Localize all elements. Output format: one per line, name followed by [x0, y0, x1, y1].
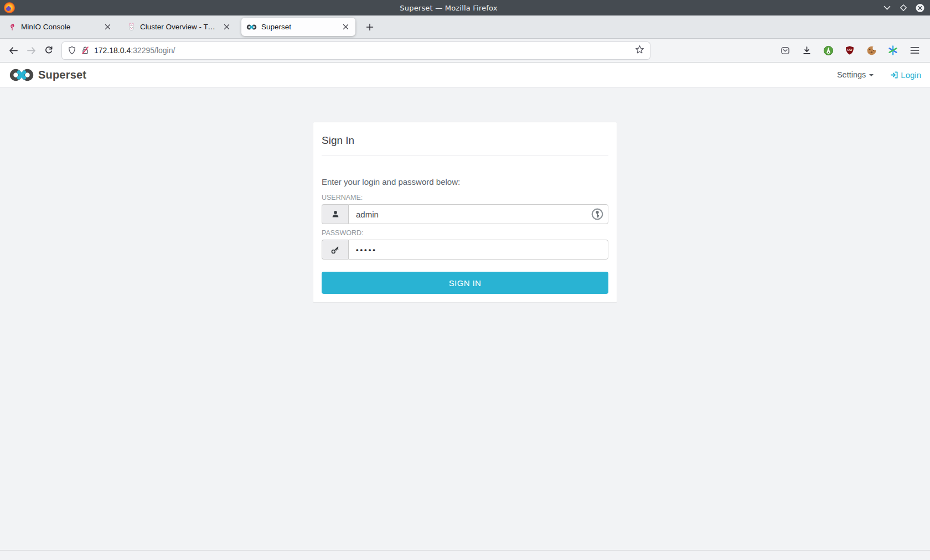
sign-in-instructions: Enter your login and password below:: [322, 177, 608, 186]
password-manager-icon[interactable]: [591, 208, 603, 222]
downloads-button[interactable]: [799, 43, 814, 58]
close-icon: [916, 3, 924, 13]
chevron-down-icon: [869, 74, 874, 76]
star-icon: [635, 45, 644, 54]
settings-label: Settings: [837, 70, 866, 79]
password-masked-value: •••••: [356, 246, 377, 254]
username-input[interactable]: admin: [348, 204, 608, 224]
privacy-badger-button[interactable]: [820, 43, 836, 58]
password-input-group: •••••: [322, 240, 608, 260]
tab-close-button[interactable]: [221, 22, 231, 32]
close-icon: [224, 24, 230, 30]
superset-infinity-icon: [246, 24, 257, 30]
forward-button[interactable]: [22, 42, 40, 59]
url-text[interactable]: 172.18.0.4:32295/login/: [94, 46, 175, 55]
url-path: :32295/login/: [131, 46, 175, 55]
tab-close-button[interactable]: [102, 22, 112, 32]
minio-flamingo-icon: [8, 23, 17, 31]
browser-toolbar: 172.18.0.4:32295/login/: [0, 39, 930, 63]
superset-brand-link[interactable]: Superset: [9, 68, 86, 82]
sign-in-icon: [890, 71, 898, 79]
username-label: USERNAME:: [322, 194, 608, 201]
shield-icon[interactable]: [68, 46, 76, 55]
firefox-logo-icon: [4, 2, 15, 13]
svg-text:UO: UO: [847, 48, 852, 51]
brand-name: Superset: [38, 69, 86, 81]
sign-in-button[interactable]: SIGN IN: [322, 272, 608, 294]
window-maximize-button[interactable]: [899, 3, 908, 12]
tab-close-button[interactable]: [340, 22, 350, 32]
trino-bunny-icon: [127, 23, 136, 31]
ublock-origin-icon: UO: [845, 45, 855, 55]
login-label: Login: [901, 70, 921, 80]
pocket-button[interactable]: [777, 43, 793, 58]
bookmark-star-button[interactable]: [635, 45, 644, 56]
window-minimize-button[interactable]: [882, 3, 891, 12]
ublock-origin-button[interactable]: UO: [842, 43, 857, 58]
reload-button[interactable]: [40, 42, 58, 59]
page-content: Superset Settings Login Sign In Enter yo…: [0, 63, 930, 560]
forward-arrow-icon: [27, 46, 36, 55]
cookie-icon: [866, 45, 877, 56]
username-input-group: admin: [322, 204, 608, 224]
tab-label: Cluster Overview - Trino: [140, 23, 217, 31]
card-title: Sign In: [322, 131, 608, 155]
sign-in-card: Sign In Enter your login and password be…: [313, 122, 617, 303]
chevron-down-icon: [884, 6, 891, 11]
insecure-lock-icon[interactable]: [81, 46, 90, 55]
page-footer-divider: [0, 550, 930, 551]
new-tab-button[interactable]: [363, 20, 377, 34]
close-icon: [343, 24, 349, 30]
asterisk-extension-button[interactable]: [885, 43, 901, 58]
password-addon: [322, 240, 348, 260]
back-arrow-icon: [9, 46, 18, 55]
download-icon: [802, 46, 812, 55]
close-icon: [105, 24, 111, 30]
plus-icon: [366, 23, 374, 31]
app-menu-button[interactable]: [907, 43, 922, 58]
asterisk-extension-icon: [888, 45, 898, 55]
tab-cluster-overview-trino[interactable]: Cluster Overview - Trino: [122, 18, 236, 36]
diamond-icon: [900, 4, 907, 11]
superset-logo-icon: [9, 68, 34, 82]
tab-label: MinIO Console: [21, 23, 98, 31]
tab-minio-console[interactable]: MinIO Console: [3, 18, 117, 36]
login-link[interactable]: Login: [890, 70, 921, 80]
settings-menu[interactable]: Settings: [837, 70, 874, 79]
user-icon: [331, 210, 340, 219]
pocket-icon: [781, 46, 790, 55]
reload-icon: [44, 46, 53, 55]
back-button[interactable]: [4, 42, 22, 59]
password-label: PASSWORD:: [322, 229, 608, 237]
cookie-extension-button[interactable]: [864, 43, 879, 58]
privacy-badger-icon: [823, 45, 834, 56]
key-icon: [330, 245, 340, 255]
superset-navbar: Superset Settings Login: [0, 63, 930, 87]
window-title: Superset — Mozilla Firefox: [15, 4, 882, 12]
hamburger-menu-icon: [910, 46, 919, 54]
window-titlebar: Superset — Mozilla Firefox: [0, 0, 930, 15]
password-input[interactable]: •••••: [348, 240, 608, 260]
window-close-button[interactable]: [916, 3, 924, 12]
url-bar[interactable]: 172.18.0.4:32295/login/: [62, 42, 650, 59]
url-host: 172.18.0.4: [94, 46, 131, 55]
tab-superset[interactable]: Superset: [241, 18, 355, 36]
username-addon: [322, 204, 348, 224]
tab-strip: MinIO Console Cluster Overview - Trino S…: [0, 15, 930, 39]
tab-label: Superset: [261, 23, 336, 31]
